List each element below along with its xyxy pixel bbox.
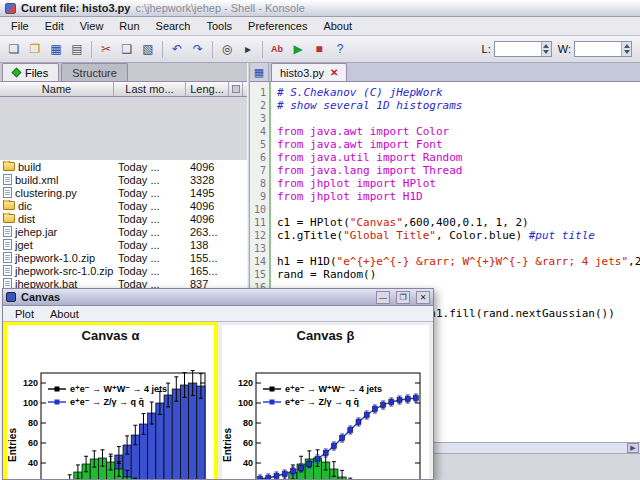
- canvas-window: Canvas — ❐ ✕ Plot About Canvas α 2040608…: [2, 288, 434, 480]
- window-title-secondary: c:\jhepwork\jehep - Shell - Konsole: [135, 2, 304, 14]
- canvas-menu-about[interactable]: About: [42, 308, 87, 320]
- file-name: dic: [18, 200, 32, 212]
- file-icon: [3, 226, 12, 237]
- file-row[interactable]: jhepwork-1.0.zipToday ...155...: [0, 251, 247, 264]
- svg-text:120: 120: [23, 378, 38, 388]
- plot-title-beta: Canvas β: [222, 325, 429, 345]
- line-number: 1: [250, 86, 269, 99]
- tab-structure[interactable]: Structure: [61, 63, 128, 81]
- menu-tools[interactable]: Tools: [198, 18, 240, 34]
- maximize-icon[interactable]: ❐: [396, 291, 410, 304]
- file-row[interactable]: buildToday ...4096: [0, 160, 247, 173]
- redo-icon[interactable]: ↷: [188, 39, 208, 59]
- toolbar-separator: [162, 41, 163, 58]
- svg-text:60: 60: [28, 438, 38, 448]
- code-line: from java.awt import Color: [277, 125, 640, 138]
- canvas-menu-bar: Plot About: [3, 306, 433, 322]
- svg-text:20: 20: [243, 478, 253, 479]
- buffer-list-icon[interactable]: ▦: [250, 63, 269, 81]
- file-row[interactable]: clustering.pyToday ...1495: [0, 186, 247, 199]
- code-line: from java.lang import Thread: [277, 164, 640, 177]
- menu-view[interactable]: View: [72, 18, 112, 34]
- run-icon[interactable]: ▶: [288, 39, 308, 59]
- help-icon[interactable]: ?: [330, 39, 350, 59]
- code-line: from java.util import Random: [277, 151, 640, 164]
- minimize-icon[interactable]: —: [376, 291, 390, 304]
- menu-about[interactable]: About: [315, 18, 360, 34]
- menu-run[interactable]: Run: [111, 18, 147, 34]
- paste-icon[interactable]: ▧: [138, 39, 158, 59]
- line-number: 4: [250, 125, 269, 138]
- tab-histo3-py[interactable]: histo3.py ✕: [271, 63, 347, 81]
- file-row[interactable]: jehep.jarToday ...263...: [0, 225, 247, 238]
- tab-files[interactable]: Files: [2, 63, 59, 81]
- canvas-plot-area: Canvas α 20406080100120Entriese⁺e⁻ → W⁺W…: [3, 322, 433, 479]
- save-icon[interactable]: ▦: [46, 39, 66, 59]
- toolbar-separator: [262, 41, 263, 58]
- file-length: 4096: [186, 161, 247, 173]
- open-folder-icon[interactable]: ❐: [25, 39, 45, 59]
- toolbar-icons: ❏❐▦▤✂❑▧↶↷◎▸Ab▶■?: [4, 39, 350, 59]
- word-field-spinner[interactable]: [621, 42, 631, 56]
- spell-check-icon[interactable]: Ab: [267, 39, 287, 59]
- code-line: from jhplot import H1D: [277, 190, 640, 203]
- file-panel-tabs: Files Structure: [0, 63, 247, 82]
- file-row[interactable]: build.xmlToday ...3328: [0, 173, 247, 186]
- cut-icon[interactable]: ✂: [96, 39, 116, 59]
- table-options-button[interactable]: [229, 82, 243, 96]
- line-number: 10: [250, 203, 269, 216]
- file-length: 165...: [186, 265, 247, 277]
- editor-tab-label: histo3.py: [280, 67, 324, 79]
- line-number: 12: [250, 229, 269, 242]
- menu-file[interactable]: File: [3, 18, 37, 34]
- word-field-label: W:: [558, 43, 571, 55]
- file-table-header: Name Last mo... Leng...: [0, 82, 247, 97]
- file-name: clustering.py: [15, 187, 77, 199]
- svg-text:80: 80: [243, 418, 253, 428]
- file-name: jhepwork-1.0.zip: [15, 252, 95, 264]
- column-last-modified[interactable]: Last mo...: [114, 82, 186, 96]
- new-file-icon[interactable]: ❏: [4, 39, 24, 59]
- file-modified: Today ...: [114, 200, 186, 212]
- find-next-icon[interactable]: ▸: [238, 39, 258, 59]
- menu-preferences[interactable]: Preferences: [240, 18, 315, 34]
- line-field-spinner[interactable]: [541, 42, 551, 56]
- files-tab-label: Files: [25, 67, 48, 79]
- line-number: 5: [250, 138, 269, 151]
- column-name[interactable]: Name: [0, 82, 114, 96]
- canvas-menu-plot[interactable]: Plot: [7, 308, 42, 320]
- file-icon: [3, 187, 12, 198]
- menu-edit[interactable]: Edit: [37, 18, 72, 34]
- svg-text:100: 100: [23, 398, 38, 408]
- canvas-window-title-bar[interactable]: Canvas — ❐ ✕: [3, 289, 433, 306]
- file-icon: [3, 252, 12, 263]
- file-row[interactable]: dicToday ...4096: [0, 199, 247, 212]
- file-modified: Today ...: [114, 239, 186, 251]
- file-row[interactable]: jgetToday ...138: [0, 238, 247, 251]
- file-name: build: [18, 161, 41, 173]
- close-tab-icon[interactable]: ✕: [330, 67, 338, 78]
- column-length[interactable]: Leng...: [186, 82, 229, 96]
- close-icon[interactable]: ✕: [416, 291, 430, 304]
- line-number: 7: [250, 164, 269, 177]
- line-number: 2: [250, 99, 269, 112]
- line-number: 13: [250, 242, 269, 255]
- file-row[interactable]: distToday ...4096: [0, 212, 247, 225]
- toolbar-separator: [212, 41, 213, 58]
- search-icon[interactable]: ◎: [217, 39, 237, 59]
- main-title-bar[interactable]: Curent file: histo3.py c:\jhepwork\jehep…: [0, 0, 640, 17]
- svg-text:e⁺e⁻ → Z/γ → q q̄: e⁺e⁻ → Z/γ → q q̄: [70, 397, 144, 407]
- undo-icon[interactable]: ↶: [167, 39, 187, 59]
- menu-search[interactable]: Search: [148, 18, 199, 34]
- file-row[interactable]: jhepwork-src-1.0.zipToday ...165...: [0, 264, 247, 277]
- stop-icon[interactable]: ■: [309, 39, 329, 59]
- svg-text:Entries: Entries: [222, 428, 233, 462]
- folder-icon: [3, 214, 15, 223]
- scroll-right-icon[interactable]: ▶: [627, 443, 639, 453]
- copy-icon[interactable]: ❑: [117, 39, 137, 59]
- svg-text:e⁺e⁻ → Z/γ → q q̄: e⁺e⁻ → Z/γ → q q̄: [285, 397, 359, 407]
- code-line: rand = Random(): [277, 268, 640, 281]
- print-icon[interactable]: ▤: [67, 39, 87, 59]
- file-modified: Today ...: [114, 213, 186, 225]
- file-modified: Today ...: [114, 265, 186, 277]
